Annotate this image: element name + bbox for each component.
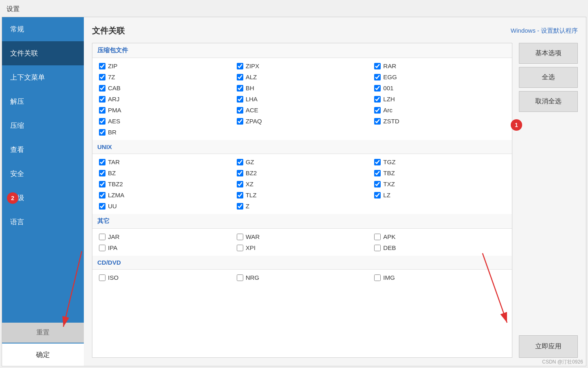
footer-text: CSDN @汀壮0926 <box>542 359 583 366</box>
sidebar-bottom: 重置 确定 <box>2 323 84 366</box>
apply-button[interactable]: 立即应用 <box>519 335 578 358</box>
deselect-all-button[interactable]: 取消全选 <box>519 91 578 112</box>
section-compressed: 压缩包文件 <box>92 43 512 58</box>
sidebar: 常规 文件关联 上下文菜单 解压 压缩 查看 安全 高级 2 语言 重置 确定 <box>2 17 84 366</box>
sidebar-item-security[interactable]: 安全 <box>2 162 84 186</box>
list-item[interactable]: BR <box>96 127 233 138</box>
section-other: 其它 <box>92 214 512 229</box>
sidebar-item-advanced[interactable]: 高级 2 <box>2 186 84 210</box>
list-item[interactable]: TLZ <box>233 190 371 201</box>
list-item[interactable]: CAB <box>96 83 233 94</box>
list-item[interactable]: TXZ <box>371 178 509 190</box>
file-list-container: 压缩包文件 ZIP ZIPX RAR 7Z ALZ EGG CAB BH 001… <box>92 43 512 358</box>
page-title: 设置 <box>7 5 20 12</box>
list-item[interactable]: NRG <box>233 272 371 283</box>
list-item[interactable]: ISO <box>96 272 233 283</box>
compressed-items-grid: ZIP ZIPX RAR 7Z ALZ EGG CAB BH 001 ARJ L… <box>92 58 512 140</box>
right-panel: 基本选项 全选 取消全选 1 立即应用 <box>512 43 578 358</box>
file-list-scroll[interactable]: 压缩包文件 ZIP ZIPX RAR 7Z ALZ EGG CAB BH 001… <box>92 43 512 357</box>
list-item[interactable]: RAR <box>371 60 509 71</box>
list-item[interactable]: ALZ <box>233 71 371 83</box>
content-header: 文件关联 Windows - 设置默认程序 <box>92 25 578 36</box>
annotation-badge-1: 1 <box>511 119 522 131</box>
select-all-button[interactable]: 全选 <box>519 67 578 88</box>
list-item[interactable]: XPI <box>233 242 371 253</box>
other-items-grid: JAR WAR APK IPA XPI DEB <box>92 229 512 256</box>
list-item[interactable]: Z <box>233 201 371 212</box>
list-item[interactable]: ZPAQ <box>233 116 371 127</box>
sidebar-item-extract[interactable]: 解压 <box>2 89 84 114</box>
list-item[interactable]: ZSTD <box>371 116 509 127</box>
unix-items-grid: TAR GZ TGZ BZ BZ2 TBZ TBZ2 XZ TXZ LZMA T… <box>92 154 512 214</box>
list-item[interactable]: Arc <box>371 105 509 116</box>
list-item[interactable]: LZH <box>371 94 509 105</box>
list-item[interactable]: ARJ <box>96 94 233 105</box>
list-item[interactable]: EGG <box>371 71 509 83</box>
list-item[interactable]: APK <box>371 231 509 242</box>
list-item[interactable]: BH <box>233 83 371 94</box>
windows-default-link[interactable]: Windows - 设置默认程序 <box>511 27 578 35</box>
list-item[interactable]: LZ <box>371 190 509 201</box>
sidebar-item-context-menu[interactable]: 上下文菜单 <box>2 65 84 89</box>
annotation-badge-2: 2 <box>7 192 18 204</box>
sidebar-item-view[interactable]: 查看 <box>2 138 84 162</box>
list-item[interactable]: JAR <box>96 231 233 242</box>
list-item[interactable]: ZIP <box>96 60 233 71</box>
list-item[interactable]: TAR <box>96 156 233 167</box>
sidebar-item-file-association[interactable]: 文件关联 <box>2 41 84 65</box>
list-item[interactable]: WAR <box>233 231 371 242</box>
list-item[interactable]: TBZ2 <box>96 178 233 190</box>
ok-button[interactable]: 确定 <box>2 343 84 366</box>
list-item[interactable]: UU <box>96 201 233 212</box>
list-item[interactable]: LHA <box>233 94 371 105</box>
list-item[interactable]: PMA <box>96 105 233 116</box>
list-item[interactable]: 001 <box>371 83 509 94</box>
content-area: 文件关联 Windows - 设置默认程序 压缩包文件 ZIP ZIPX RAR… <box>84 17 586 366</box>
content-title: 文件关联 <box>92 25 125 36</box>
sidebar-item-language[interactable]: 语言 <box>2 210 84 234</box>
list-item[interactable]: DEB <box>371 242 509 253</box>
list-item[interactable]: BZ <box>96 167 233 178</box>
basic-options-button[interactable]: 基本选项 <box>519 43 578 64</box>
cddvd-items-grid: ISO NRG IMG <box>92 270 512 285</box>
sidebar-item-general[interactable]: 常规 <box>2 17 84 41</box>
list-item[interactable]: LZMA <box>96 190 233 201</box>
list-item[interactable]: 7Z <box>96 71 233 83</box>
list-item[interactable]: AES <box>96 116 233 127</box>
list-item[interactable]: TGZ <box>371 156 509 167</box>
list-item[interactable]: ZIPX <box>233 60 371 71</box>
section-cddvd: CD/DVD <box>92 256 512 270</box>
list-item[interactable]: ACE <box>233 105 371 116</box>
reset-button[interactable]: 重置 <box>2 323 84 343</box>
list-item[interactable]: GZ <box>233 156 371 167</box>
section-unix: UNIX <box>92 140 512 154</box>
list-item[interactable]: IPA <box>96 242 233 253</box>
list-item[interactable]: XZ <box>233 178 371 190</box>
sidebar-item-compress[interactable]: 压缩 <box>2 114 84 138</box>
list-item[interactable]: TBZ <box>371 167 509 178</box>
list-item[interactable]: BZ2 <box>233 167 371 178</box>
list-item[interactable]: IMG <box>371 272 509 283</box>
